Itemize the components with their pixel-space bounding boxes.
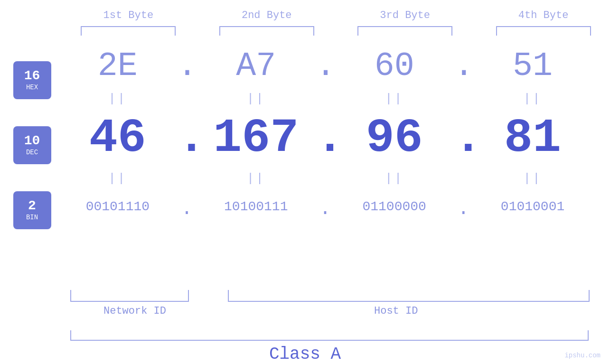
dec-b3: 96 [347,115,442,162]
values-area: 2E . A7 . 60 . 51 [64,43,610,290]
bin-b4: 01010001 [485,199,580,214]
hex-row: 2E . A7 . 60 . 51 [64,43,586,90]
hex-dot-2: . [316,50,335,83]
bin-b2: 10100111 [208,199,303,214]
eq-1: || [70,92,165,106]
hex-b4: 51 [485,47,580,85]
host-id-label: Host ID [374,305,418,317]
dec-dot-2: . [316,120,335,158]
byte-header-1: 1st Byte [81,9,176,21]
dec-b4: 81 [485,115,580,162]
eq-5: || [70,171,165,186]
dec-b2: 167 [208,115,303,162]
byte-header-3: 3rd Byte [357,9,452,21]
eq-8: || [485,171,580,186]
network-id-label: Network ID [103,305,166,317]
dec-badge: 10 DEC [13,126,51,164]
content-layout: 16 HEX 10 DEC 2 BIN 2E . [0,43,610,290]
equals-row-1: || || || || [64,90,586,108]
hex-dot-1: . [178,50,197,83]
class-a-bracket [70,330,589,341]
bracket-top-2 [219,26,314,36]
bracket-top-3 [357,26,452,36]
hex-b1: 2E [70,47,165,85]
dec-dot-3: . [454,120,473,158]
byte-headers: 1st Byte 2nd Byte 3rd Byte 4th Byte [75,9,597,21]
bin-row: 00101110 . 10100111 . 01100000 . [64,187,586,225]
dec-row: 46 . 167 . 96 . 81 [64,108,586,169]
bin-dot-1: . [178,192,197,221]
id-brackets-section: Network ID Host ID [0,290,610,328]
dec-b1: 46 [70,115,165,162]
eq-6: || [208,171,303,186]
eq-4: || [485,92,580,106]
byte-header-2: 2nd Byte [219,9,314,21]
hex-b2: A7 [208,47,303,85]
byte-header-4: 4th Byte [496,9,591,21]
bracket-top-4 [496,26,591,36]
network-id-bracket [70,290,189,302]
badges-column: 16 HEX 10 DEC 2 BIN [0,43,64,290]
eq-3: || [347,92,442,106]
equals-row-2: || || || || [64,169,586,187]
watermark: ipshu.com [564,352,601,359]
bin-dot-2: . [316,192,335,221]
eq-7: || [347,171,442,186]
dec-dot-1: . [178,120,197,158]
bin-b3: 01100000 [347,199,442,214]
bracket-top-1 [81,26,176,36]
hex-b3: 60 [347,47,442,85]
main-container: 1st Byte 2nd Byte 3rd Byte 4th Byte 16 H… [0,0,610,364]
hex-dot-3: . [454,50,473,83]
bin-b1: 00101110 [70,199,165,214]
hex-badge: 16 HEX [13,61,51,99]
bin-dot-3: . [454,192,473,221]
host-id-bracket [228,290,590,302]
class-a-section: Class A [0,330,610,364]
top-brackets [75,26,597,36]
bin-badge: 2 BIN [13,191,51,229]
eq-2: || [208,92,303,106]
class-a-label: Class A [0,345,610,364]
